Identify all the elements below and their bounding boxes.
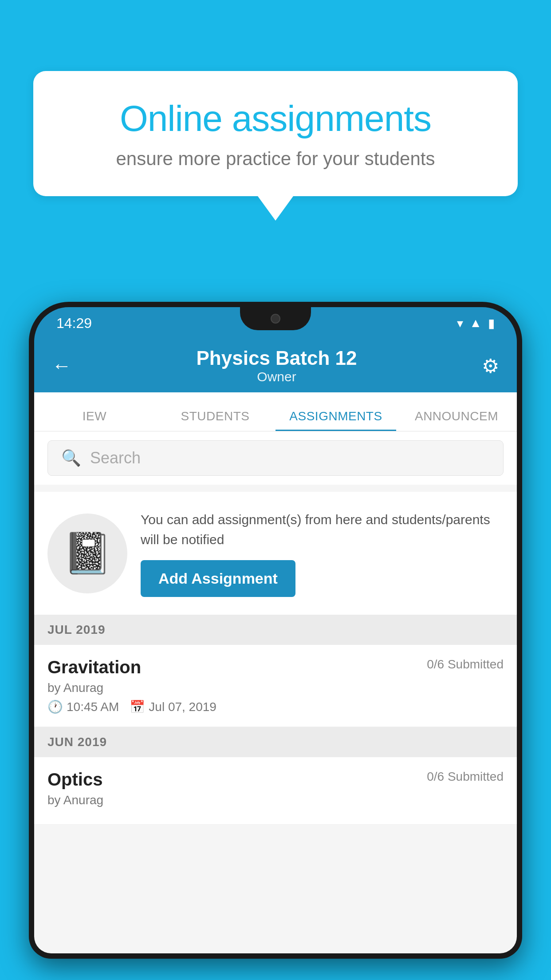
phone-content: 🔍 Search 📓 You can add assignment(s) fro… xyxy=(34,431,517,953)
header-title: Physics Batch 12 xyxy=(71,347,482,369)
app-header: ← Physics Batch 12 Owner ⚙ xyxy=(34,339,517,392)
header-center: Physics Batch 12 Owner xyxy=(71,347,482,384)
tab-bar: IEW STUDENTS ASSIGNMENTS ANNOUNCEM xyxy=(34,392,517,431)
phone-screen: 14:29 ▾ ▲ ▮ ← Physics Batch 12 Owner ⚙ xyxy=(34,307,517,953)
assignment-item-gravitation[interactable]: Gravitation 0/6 Submitted by Anurag 🕐 10… xyxy=(34,645,517,727)
assignment-by-optics: by Anurag xyxy=(47,793,504,807)
assignment-date: 📅 Jul 07, 2019 xyxy=(130,699,216,714)
assignment-submitted-optics: 0/6 Submitted xyxy=(427,770,504,784)
signal-icon: ▲ xyxy=(469,316,482,330)
assignment-time: 🕐 10:45 AM xyxy=(47,699,119,714)
clock-icon: 🕐 xyxy=(47,699,63,714)
status-icons: ▾ ▲ ▮ xyxy=(457,316,495,331)
tab-announcements[interactable]: ANNOUNCEM xyxy=(396,392,517,431)
tab-assignments[interactable]: ASSIGNMENTS xyxy=(276,392,396,431)
assignment-description: You can add assignment(s) from here and … xyxy=(141,510,504,549)
calendar-icon: 📅 xyxy=(130,699,145,714)
search-bar-container: 🔍 Search xyxy=(34,431,517,485)
speech-bubble-tail xyxy=(258,196,293,221)
assignment-by: by Anurag xyxy=(47,681,504,695)
speech-bubble-title: Online assignments xyxy=(64,98,487,139)
assignment-name-optics: Optics xyxy=(47,770,102,790)
battery-icon: ▮ xyxy=(488,316,495,331)
camera-dot xyxy=(271,314,280,324)
wifi-icon: ▾ xyxy=(457,316,463,331)
tab-iew[interactable]: IEW xyxy=(34,392,155,431)
speech-bubble-container: Online assignments ensure more practice … xyxy=(33,71,518,221)
tab-students[interactable]: STUDENTS xyxy=(155,392,276,431)
search-bar[interactable]: 🔍 Search xyxy=(47,440,504,476)
notebook-icon: 📓 xyxy=(63,530,112,577)
section-header-jul: JUL 2019 xyxy=(34,615,517,645)
assignment-name: Gravitation xyxy=(47,657,141,677)
assignment-icon-circle: 📓 xyxy=(47,514,127,593)
assignment-card-right: You can add assignment(s) from here and … xyxy=(141,510,504,597)
speech-bubble-subtitle: ensure more practice for your students xyxy=(64,148,487,170)
status-bar: 14:29 ▾ ▲ ▮ xyxy=(34,307,517,339)
assignment-item-optics[interactable]: Optics 0/6 Submitted by Anurag xyxy=(34,757,517,825)
status-time: 14:29 xyxy=(56,315,92,332)
add-assignment-button[interactable]: Add Assignment xyxy=(141,560,295,597)
gear-icon[interactable]: ⚙ xyxy=(482,355,499,377)
section-header-jun: JUN 2019 xyxy=(34,727,517,757)
notch xyxy=(240,307,311,330)
assignment-meta: 🕐 10:45 AM 📅 Jul 07, 2019 xyxy=(47,699,504,714)
phone-wrapper: 14:29 ▾ ▲ ▮ ← Physics Batch 12 Owner ⚙ xyxy=(29,302,522,980)
assignment-submitted: 0/6 Submitted xyxy=(427,657,504,672)
back-button[interactable]: ← xyxy=(52,355,71,377)
add-assignment-card: 📓 You can add assignment(s) from here an… xyxy=(34,492,517,615)
assignment-item-header: Gravitation 0/6 Submitted xyxy=(47,657,504,677)
phone-frame: 14:29 ▾ ▲ ▮ ← Physics Batch 12 Owner ⚙ xyxy=(29,302,522,959)
assignment-item-header-optics: Optics 0/6 Submitted xyxy=(47,770,504,790)
search-icon: 🔍 xyxy=(61,449,81,467)
header-subtitle: Owner xyxy=(71,369,482,384)
search-input[interactable]: Search xyxy=(90,449,141,467)
speech-bubble: Online assignments ensure more practice … xyxy=(33,71,518,196)
